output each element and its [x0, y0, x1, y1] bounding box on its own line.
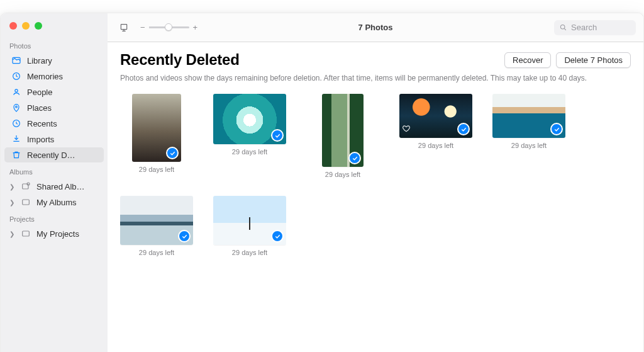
library-icon: [11, 55, 22, 65]
photo-caption: 29 days left: [418, 142, 453, 149]
chevron-right-icon[interactable]: ❯: [8, 183, 15, 190]
chevron-right-icon[interactable]: ❯: [8, 230, 15, 237]
zoom-slider[interactable]: − +: [140, 23, 197, 32]
selected-check-icon: [457, 123, 470, 135]
sidebar-item-label: Recently D…: [27, 150, 97, 160]
photo-tile[interactable]: 29 days left: [120, 94, 193, 178]
photo-tile[interactable]: 29 days left: [213, 196, 286, 256]
photo-caption: 29 days left: [511, 142, 547, 149]
content-header: Recently Deleted Recover Delete 7 Photos: [120, 51, 631, 69]
album-icon: [20, 197, 31, 207]
photo-caption: 29 days left: [232, 249, 267, 256]
favorite-heart-icon: [402, 124, 411, 135]
svg-rect-9: [121, 24, 126, 29]
photo-tile[interactable]: 29 days left: [306, 94, 379, 178]
sidebar: Photos Library Memories People Places Re…: [1, 13, 108, 352]
sidebar-item-places[interactable]: Places: [4, 100, 104, 115]
svg-point-3: [16, 106, 18, 108]
photo-grid: 29 days left 29 days left 29 days left: [120, 94, 631, 256]
sidebar-item-label: Library: [27, 56, 97, 65]
chevron-right-icon[interactable]: ❯: [8, 199, 15, 206]
sidebar-item-recently-deleted[interactable]: Recently D…: [4, 147, 104, 162]
photo-thumbnail[interactable]: [322, 94, 364, 167]
sidebar-item-recents[interactable]: Recents: [4, 116, 104, 131]
search-icon: [559, 23, 567, 31]
search-input[interactable]: Search: [554, 20, 636, 35]
delete-button[interactable]: Delete 7 Photos: [556, 52, 631, 68]
photo-tile[interactable]: 29 days left: [213, 94, 286, 178]
imports-icon: [11, 134, 22, 144]
svg-rect-8: [23, 231, 30, 236]
sidebar-item-label: Imports: [27, 135, 97, 144]
minimize-window-button[interactable]: [22, 22, 30, 30]
places-icon: [11, 103, 22, 113]
sidebar-item-memories[interactable]: Memories: [4, 69, 104, 84]
photo-thumbnail[interactable]: [120, 196, 193, 245]
trash-icon: [11, 150, 22, 160]
right-column: − + 7 Photos Search Recently Deleted Rec…: [108, 13, 643, 352]
sidebar-item-library[interactable]: Library: [4, 53, 104, 68]
sidebar-item-label: People: [27, 88, 97, 97]
photo-tile[interactable]: 29 days left: [492, 94, 565, 178]
photo-caption: 29 days left: [232, 148, 267, 156]
sidebar-item-imports[interactable]: Imports: [4, 132, 104, 147]
selected-check-icon: [178, 230, 191, 242]
photo-caption: 29 days left: [325, 171, 360, 178]
photo-thumbnail[interactable]: [492, 94, 565, 138]
photo-caption: 29 days left: [139, 249, 174, 256]
sidebar-item-shared-albums[interactable]: ❯ Shared Alb…: [4, 179, 104, 194]
sidebar-item-my-albums[interactable]: ❯ My Albums: [4, 195, 104, 210]
svg-rect-7: [23, 200, 30, 205]
selected-check-icon: [271, 129, 284, 142]
svg-rect-0: [13, 57, 20, 63]
sidebar-item-label: My Albums: [36, 198, 97, 207]
recents-icon: [11, 118, 22, 128]
zoom-handle[interactable]: [165, 23, 172, 31]
recover-button[interactable]: Recover: [504, 52, 551, 68]
sidebar-item-label: My Projects: [36, 229, 97, 239]
sidebar-item-label: Places: [27, 103, 97, 113]
filter-button[interactable]: [115, 21, 133, 35]
photo-thumbnail[interactable]: [132, 94, 181, 162]
album-icon: [20, 229, 31, 239]
svg-point-10: [560, 25, 565, 29]
sidebar-item-label: Memories: [27, 72, 97, 81]
photo-thumbnail[interactable]: [213, 94, 286, 144]
sidebar-item-people[interactable]: People: [4, 84, 104, 99]
window-controls: [1, 20, 108, 37]
memories-icon: [11, 71, 22, 81]
photo-tile[interactable]: 29 days left: [399, 94, 472, 178]
selected-check-icon: [166, 147, 179, 159]
info-note: Photos and videos show the days remainin…: [120, 74, 631, 82]
sidebar-item-label: Shared Alb…: [36, 182, 97, 191]
photo-caption: 29 days left: [139, 166, 174, 173]
people-icon: [11, 87, 22, 97]
toolbar: − + 7 Photos Search: [108, 13, 643, 42]
sidebar-section-header: Photos: [1, 37, 108, 52]
fullscreen-window-button[interactable]: [35, 22, 42, 30]
photo-thumbnail[interactable]: [213, 196, 286, 245]
shared-album-icon: [20, 181, 31, 191]
photo-thumbnail[interactable]: [399, 94, 472, 138]
app-window: Photos Library Memories People Places Re…: [0, 13, 644, 352]
selected-check-icon: [550, 123, 563, 135]
close-window-button[interactable]: [9, 22, 17, 30]
page-title: Recently Deleted: [120, 51, 499, 69]
search-placeholder: Search: [571, 23, 597, 32]
photo-tile[interactable]: 29 days left: [120, 196, 193, 256]
sidebar-section-header: Albums: [1, 163, 108, 178]
zoom-track[interactable]: [149, 26, 189, 28]
sidebar-section-header: Projects: [1, 210, 108, 225]
zoom-in-icon[interactable]: +: [193, 23, 198, 32]
content-area: Recently Deleted Recover Delete 7 Photos…: [108, 42, 643, 352]
zoom-out-icon[interactable]: −: [140, 23, 145, 32]
sidebar-item-label: Recents: [27, 119, 97, 128]
svg-point-2: [15, 89, 18, 92]
selected-check-icon: [348, 152, 361, 164]
sidebar-item-my-projects[interactable]: ❯ My Projects: [4, 226, 104, 241]
selected-check-icon: [271, 230, 284, 242]
